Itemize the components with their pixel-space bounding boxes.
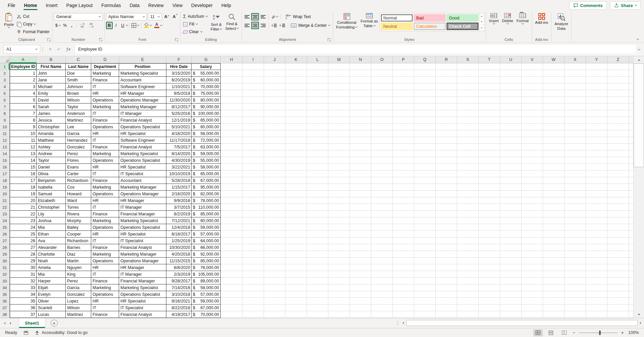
- cell-L6[interactable]: [307, 97, 328, 104]
- cell-H22[interactable]: [221, 204, 243, 211]
- cell-J5[interactable]: [264, 90, 285, 97]
- cell-J22[interactable]: [264, 204, 285, 211]
- cell-I2[interactable]: [243, 70, 264, 77]
- cell-R9[interactable]: [436, 117, 457, 124]
- cut-button[interactable]: Cut: [15, 13, 51, 20]
- cell-C24[interactable]: Murphy: [66, 217, 91, 224]
- cell-E13[interactable]: Financial Analyst: [119, 144, 166, 150]
- cell-I12[interactable]: [243, 137, 264, 144]
- cell-V4[interactable]: [522, 83, 543, 90]
- cell-H18[interactable]: [221, 177, 243, 184]
- cell-P3[interactable]: [393, 77, 414, 83]
- cell-P33[interactable]: [393, 278, 414, 284]
- cell-O37[interactable]: [371, 305, 393, 311]
- cell-F34[interactable]: 7/14/2016: [166, 284, 192, 291]
- cell-P15[interactable]: [393, 157, 414, 164]
- row-header-22[interactable]: 22: [0, 204, 10, 211]
- cell-E14[interactable]: Marketing Specialist: [119, 150, 166, 157]
- cell-Y28[interactable]: [586, 244, 607, 251]
- cell-N4[interactable]: [350, 83, 371, 90]
- insert-function-icon[interactable]: ƒx: [66, 47, 71, 52]
- wrap-text-button[interactable]: ab↩c Wrap Text: [284, 13, 312, 20]
- cell-P6[interactable]: [393, 97, 414, 104]
- cell-X34[interactable]: [565, 284, 586, 291]
- cell-U14[interactable]: [500, 150, 522, 157]
- cell-M5[interactable]: [328, 90, 350, 97]
- cell-N5[interactable]: [350, 90, 371, 97]
- cell-H4[interactable]: [221, 83, 243, 90]
- cell-C2[interactable]: Doe: [66, 70, 91, 77]
- sheet-bar-splitter[interactable]: [395, 321, 400, 325]
- cell-M24[interactable]: [328, 217, 350, 224]
- cell-J13[interactable]: [264, 144, 285, 150]
- cell-R1[interactable]: [436, 63, 457, 70]
- cell-R4[interactable]: [436, 83, 457, 90]
- cell-V10[interactable]: [522, 124, 543, 130]
- cell-Q32[interactable]: [414, 271, 436, 278]
- cell-Y29[interactable]: [586, 251, 607, 258]
- cell-I13[interactable]: [243, 144, 264, 150]
- cell-B3[interactable]: Jane: [37, 77, 66, 83]
- cell-N34[interactable]: [350, 284, 371, 291]
- cell-X36[interactable]: [565, 298, 586, 305]
- cell-E1[interactable]: Position: [119, 63, 166, 70]
- cell-E33[interactable]: Financial Manager: [119, 278, 166, 284]
- cell-I5[interactable]: [243, 90, 264, 97]
- cell-W14[interactable]: [543, 150, 565, 157]
- cell-P22[interactable]: [393, 204, 414, 211]
- cell-V31[interactable]: [522, 264, 543, 271]
- number-format-dropdown[interactable]: General: [54, 13, 103, 20]
- analyze-data-button[interactable]: Analyze Data: [553, 12, 570, 30]
- cell-G7[interactable]: $90,000.00: [192, 104, 221, 110]
- cell-M8[interactable]: [328, 110, 350, 117]
- cell-I33[interactable]: [243, 278, 264, 284]
- cell-J29[interactable]: [264, 251, 285, 258]
- cell-E9[interactable]: Financial Analyst: [119, 117, 166, 124]
- cell-R3[interactable]: [436, 77, 457, 83]
- cell-D27[interactable]: IT: [91, 238, 119, 244]
- cell-D13[interactable]: Finance: [91, 144, 119, 150]
- cell-Q13[interactable]: [414, 144, 436, 150]
- cell-A29[interactable]: 28: [10, 251, 37, 258]
- column-header-N[interactable]: N: [350, 56, 371, 63]
- cell-I35[interactable]: [243, 291, 264, 298]
- cell-D29[interactable]: Marketing: [91, 251, 119, 258]
- cell-T14[interactable]: [479, 150, 500, 157]
- cell-X20[interactable]: [565, 191, 586, 197]
- cell-Q22[interactable]: [414, 204, 436, 211]
- cell-X23[interactable]: [565, 211, 586, 217]
- cell-W32[interactable]: [543, 271, 565, 278]
- cell-O21[interactable]: [371, 197, 393, 204]
- cell-G22[interactable]: $110,000.00: [192, 204, 221, 211]
- cell-Y15[interactable]: [586, 157, 607, 164]
- cell-M28[interactable]: [328, 244, 350, 251]
- cell-U26[interactable]: [500, 231, 522, 238]
- cell-M15[interactable]: [328, 157, 350, 164]
- cell-T26[interactable]: [479, 231, 500, 238]
- row-header-2[interactable]: 2: [0, 70, 10, 77]
- cell-C20[interactable]: Howard: [66, 191, 91, 197]
- cell-O4[interactable]: [371, 83, 393, 90]
- row-header-24[interactable]: 24: [0, 217, 10, 224]
- cell-C29[interactable]: Diaz: [66, 251, 91, 258]
- cell-Y36[interactable]: [586, 298, 607, 305]
- cell-L32[interactable]: [307, 271, 328, 278]
- cell-O26[interactable]: [371, 231, 393, 238]
- cell-P10[interactable]: [393, 124, 414, 130]
- cell-N6[interactable]: [350, 97, 371, 104]
- cell-I23[interactable]: [243, 211, 264, 217]
- cell-P2[interactable]: [393, 70, 414, 77]
- cell-U16[interactable]: [500, 164, 522, 171]
- cell-Z1[interactable]: [607, 63, 629, 70]
- cell-Y21[interactable]: [586, 197, 607, 204]
- cell-M6[interactable]: [328, 97, 350, 104]
- cell-G8[interactable]: $100,000.00: [192, 110, 221, 117]
- cell-E8[interactable]: IT Manager: [119, 110, 166, 117]
- cell-J33[interactable]: [264, 278, 285, 284]
- cell-L8[interactable]: [307, 110, 328, 117]
- cell-F26[interactable]: 6/18/2017: [166, 231, 192, 238]
- cell-O1[interactable]: [371, 63, 393, 70]
- row-header-32[interactable]: 32: [0, 271, 10, 278]
- cell-R11[interactable]: [436, 130, 457, 137]
- cell-B23[interactable]: Lily: [37, 211, 66, 217]
